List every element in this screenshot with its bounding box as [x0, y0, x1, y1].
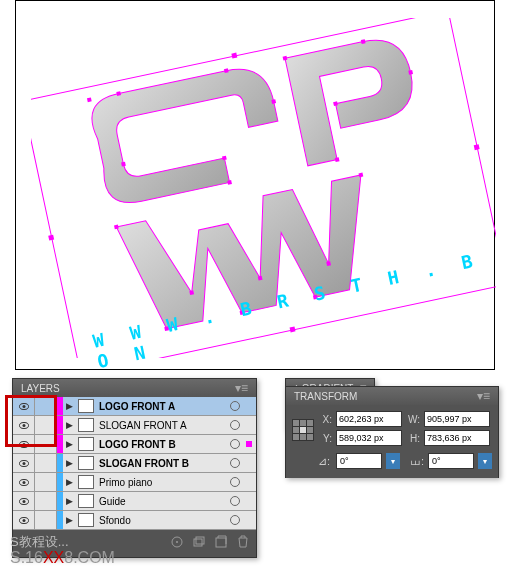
visibility-toggle[interactable]: [13, 511, 35, 529]
panel-menu-icon[interactable]: ▾≡: [235, 381, 248, 395]
svg-rect-47: [216, 538, 226, 547]
layer-row[interactable]: ▶ SLOGAN FRONT B: [13, 454, 256, 473]
svg-rect-25: [474, 144, 480, 150]
rotate-dropdown-btn[interactable]: ▾: [386, 453, 400, 469]
svg-point-38: [22, 481, 25, 484]
y-input[interactable]: [336, 430, 402, 446]
shear-input[interactable]: 0°: [428, 453, 474, 469]
transform-panel-header[interactable]: TRANSFORM ▾≡: [286, 387, 498, 405]
target-icon[interactable]: [230, 515, 240, 525]
h-label: H:: [406, 433, 420, 444]
svg-point-36: [22, 462, 25, 465]
layer-row[interactable]: ▶ Sfondo: [13, 511, 256, 530]
selection-indicator: [246, 441, 252, 447]
layers-title: LAYERS: [21, 383, 60, 394]
layer-name-label[interactable]: Sfondo: [97, 515, 230, 526]
expand-arrow-icon[interactable]: ▶: [63, 477, 75, 487]
x-label: X:: [318, 414, 332, 425]
new-layer-icon[interactable]: [214, 535, 228, 549]
layer-name-label[interactable]: Guide: [97, 496, 230, 507]
layer-name-label[interactable]: SLOGAN FRONT B: [97, 458, 230, 469]
expand-arrow-icon[interactable]: ▶: [63, 420, 75, 430]
layer-name-label[interactable]: Primo piano: [97, 477, 230, 488]
new-sublayer-icon[interactable]: [192, 535, 206, 549]
layer-thumbnail: [78, 475, 94, 489]
expand-arrow-icon[interactable]: ▶: [63, 439, 75, 449]
svg-point-42: [22, 519, 25, 522]
target-icon[interactable]: [230, 439, 240, 449]
w-input[interactable]: [424, 411, 490, 427]
target-icon[interactable]: [230, 401, 240, 411]
watermark-url: S.16XX8.COM: [10, 549, 115, 567]
w-label: W:: [406, 414, 420, 425]
lock-toggle[interactable]: [35, 492, 57, 510]
target-icon[interactable]: [230, 458, 240, 468]
shear-dropdown-btn[interactable]: ▾: [478, 453, 492, 469]
lock-toggle[interactable]: [35, 473, 57, 491]
rotate-input[interactable]: 0°: [336, 453, 382, 469]
rotate-icon: ⊿:: [318, 455, 332, 468]
panel-menu-icon[interactable]: ▾≡: [477, 389, 490, 403]
layer-name-label[interactable]: LOGO FRONT A: [97, 401, 230, 412]
layer-row[interactable]: ▶ Primo piano: [13, 473, 256, 492]
expand-arrow-icon[interactable]: ▶: [63, 458, 75, 468]
layer-name-label[interactable]: SLOGAN FRONT A: [97, 420, 230, 431]
svg-rect-24: [48, 235, 54, 241]
svg-point-40: [22, 500, 25, 503]
reference-point[interactable]: [292, 419, 314, 441]
lock-toggle[interactable]: [35, 454, 57, 472]
target-icon[interactable]: [230, 477, 240, 487]
trash-icon[interactable]: [236, 535, 250, 549]
target-icon[interactable]: [230, 496, 240, 506]
artwork[interactable]: W W W . B R S T H . B O N: [21, 6, 491, 361]
layer-thumbnail: [78, 399, 94, 413]
annotation-highlight: [5, 395, 57, 447]
svg-rect-22: [231, 53, 237, 59]
h-input[interactable]: [424, 430, 490, 446]
svg-rect-45: [194, 539, 202, 546]
x-input[interactable]: [336, 411, 402, 427]
visibility-toggle[interactable]: [13, 492, 35, 510]
layer-thumbnail: [78, 513, 94, 527]
layer-thumbnail: [78, 456, 94, 470]
shear-icon: ⧢:: [410, 455, 424, 467]
lock-toggle[interactable]: [35, 511, 57, 529]
visibility-toggle[interactable]: [13, 454, 35, 472]
visibility-toggle[interactable]: [13, 473, 35, 491]
svg-rect-46: [196, 537, 204, 544]
layer-name-label[interactable]: LOGO FRONT B: [97, 439, 230, 450]
layer-thumbnail: [78, 418, 94, 432]
layer-thumbnail: [78, 437, 94, 451]
layer-row[interactable]: ▶ Guide: [13, 492, 256, 511]
expand-arrow-icon[interactable]: ▶: [63, 496, 75, 506]
canvas[interactable]: W W W . B R S T H . B O N: [15, 0, 495, 370]
transform-title: TRANSFORM: [294, 391, 357, 402]
y-label: Y:: [318, 433, 332, 444]
locate-icon[interactable]: [170, 535, 184, 549]
transform-panel: TRANSFORM ▾≡ X: W: Y:: [285, 386, 499, 478]
svg-point-44: [176, 541, 178, 543]
layer-thumbnail: [78, 494, 94, 508]
expand-arrow-icon[interactable]: ▶: [63, 401, 75, 411]
target-icon[interactable]: [230, 420, 240, 430]
expand-arrow-icon[interactable]: ▶: [63, 515, 75, 525]
